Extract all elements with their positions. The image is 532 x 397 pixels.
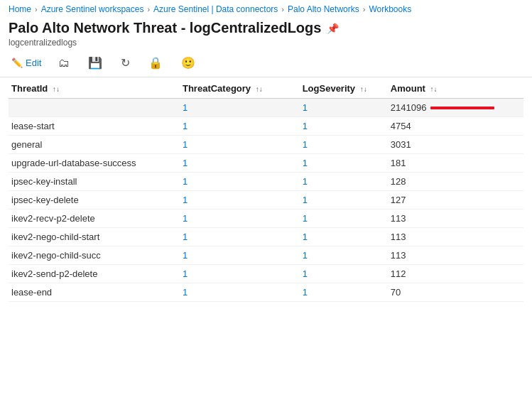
- table-row: lease-end1170: [9, 283, 523, 302]
- reload-icon: ↻: [121, 57, 130, 69]
- cell-amount: 2141096: [388, 99, 523, 117]
- cell-severity: 1: [300, 99, 388, 117]
- save-icon-button[interactable]: 🗂: [54, 55, 74, 71]
- floppy-icon-button[interactable]: 💾: [84, 55, 107, 71]
- cell-category: 1: [180, 246, 300, 265]
- table-row: lease-start114754: [9, 117, 523, 136]
- cell-category: 1: [180, 173, 300, 191]
- cell-severity: 1: [300, 154, 388, 173]
- cell-amount: 113: [388, 228, 523, 246]
- table-row: 112141096: [9, 99, 523, 117]
- lock-icon-button[interactable]: 🔒: [144, 55, 167, 71]
- cell-amount: 3031: [388, 136, 523, 154]
- table-container: ThreatId ↑↓ ThreatCategory ↑↓ LogSeverit…: [0, 77, 532, 302]
- cell-category: 1: [180, 228, 300, 246]
- breadcrumb-sep-1: ›: [35, 5, 38, 13]
- table-row: ipsec-key-delete11127: [9, 191, 523, 210]
- cell-category: 1: [180, 283, 300, 302]
- title-area: Palo Alto Network Threat - logCentralize…: [0, 17, 532, 38]
- cell-severity: 1: [300, 228, 388, 246]
- sort-icon-severity: ↑↓: [360, 85, 367, 93]
- cell-amount: 112: [388, 265, 523, 283]
- breadcrumb-home[interactable]: Home: [9, 4, 31, 14]
- breadcrumb-sep-3: ›: [281, 5, 284, 13]
- cell-amount: 113: [388, 246, 523, 265]
- table-header-row: ThreatId ↑↓ ThreatCategory ↑↓ LogSeverit…: [9, 77, 523, 99]
- cell-severity: 1: [300, 265, 388, 283]
- cell-amount: 127: [388, 191, 523, 210]
- cell-threatid: lease-start: [9, 117, 180, 136]
- floppy-icon: 💾: [88, 57, 102, 69]
- cell-threatid: ipsec-key-install: [9, 173, 180, 191]
- breadcrumb-connectors[interactable]: Azure Sentinel | Data connectors: [153, 4, 278, 14]
- breadcrumb: Home › Azure Sentinel workspaces › Azure…: [0, 0, 532, 17]
- feedback-icon-button[interactable]: 🙂: [177, 55, 200, 71]
- cell-amount: 70: [388, 283, 523, 302]
- cell-amount: 181: [388, 154, 523, 173]
- cell-category: 1: [180, 99, 300, 117]
- cell-severity: 1: [300, 136, 388, 154]
- cell-threatid: general: [9, 136, 180, 154]
- sort-icon-amount: ↑↓: [430, 85, 438, 93]
- cell-amount: 128: [388, 173, 523, 191]
- cell-category: 1: [180, 265, 300, 283]
- table-row: ikev2-send-p2-delete11112: [9, 265, 523, 283]
- col-header-amount[interactable]: Amount ↑↓: [388, 77, 523, 99]
- breadcrumb-workspaces[interactable]: Azure Sentinel workspaces: [41, 4, 144, 14]
- cell-category: 1: [180, 117, 300, 136]
- cell-category: 1: [180, 154, 300, 173]
- cell-threatid: [9, 99, 180, 117]
- cell-severity: 1: [300, 210, 388, 228]
- cell-category: 1: [180, 136, 300, 154]
- edit-icon: ✏️: [11, 58, 23, 68]
- table-row: general113031: [9, 136, 523, 154]
- cell-threatid: lease-end: [9, 283, 180, 302]
- edit-button[interactable]: ✏️ Edit: [9, 56, 44, 70]
- bar-indicator: [430, 107, 494, 109]
- cell-threatid: ipsec-key-delete: [9, 191, 180, 210]
- breadcrumb-workbooks[interactable]: Workbooks: [369, 4, 411, 14]
- cell-threatid: ikev2-nego-child-start: [9, 228, 180, 246]
- cell-severity: 1: [300, 246, 388, 265]
- cell-amount: 113: [388, 210, 523, 228]
- toolbar: ✏️ Edit 🗂 💾 ↻ 🔒 🙂: [0, 52, 532, 77]
- col-header-category[interactable]: ThreatCategory ↑↓: [180, 77, 300, 99]
- pin-icon[interactable]: 📌: [327, 23, 339, 34]
- reload-icon-button[interactable]: ↻: [116, 55, 134, 71]
- cell-severity: 1: [300, 117, 388, 136]
- col-header-threatid[interactable]: ThreatId ↑↓: [9, 77, 180, 99]
- lock-icon: 🔒: [148, 57, 163, 69]
- cell-threatid: ikev2-recv-p2-delete: [9, 210, 180, 228]
- breadcrumb-sep-4: ›: [363, 5, 366, 13]
- amount-value: 2141096: [391, 102, 427, 113]
- breadcrumb-sep-2: ›: [147, 5, 150, 13]
- smiley-icon: 🙂: [181, 57, 195, 69]
- cell-severity: 1: [300, 283, 388, 302]
- cell-amount: 4754: [388, 117, 523, 136]
- table-row: ikev2-nego-child-start11113: [9, 228, 523, 246]
- page-title: Palo Alto Network Threat - logCentralize…: [9, 20, 321, 36]
- edit-label: Edit: [26, 58, 41, 68]
- cell-severity: 1: [300, 191, 388, 210]
- cell-threatid: ikev2-send-p2-delete: [9, 265, 180, 283]
- breadcrumb-palo-alto[interactable]: Palo Alto Networks: [288, 4, 359, 14]
- save-icon: 🗂: [58, 57, 70, 69]
- table-row: ikev2-recv-p2-delete11113: [9, 210, 523, 228]
- cell-severity: 1: [300, 173, 388, 191]
- sort-icon-category: ↑↓: [256, 85, 263, 93]
- data-table: ThreatId ↑↓ ThreatCategory ↑↓ LogSeverit…: [9, 77, 523, 302]
- cell-category: 1: [180, 191, 300, 210]
- sort-icon-threatid: ↑↓: [53, 85, 60, 93]
- table-row: ikev2-nego-child-succ11113: [9, 246, 523, 265]
- cell-category: 1: [180, 210, 300, 228]
- bar-container: 2141096: [391, 102, 518, 113]
- table-row: upgrade-url-database-success11181: [9, 154, 523, 173]
- table-row: ipsec-key-install11128: [9, 173, 523, 191]
- subtitle: logcentralizedlogs: [0, 38, 532, 52]
- col-header-severity[interactable]: LogSeverity ↑↓: [300, 77, 388, 99]
- cell-threatid: upgrade-url-database-success: [9, 154, 180, 173]
- cell-threatid: ikev2-nego-child-succ: [9, 246, 180, 265]
